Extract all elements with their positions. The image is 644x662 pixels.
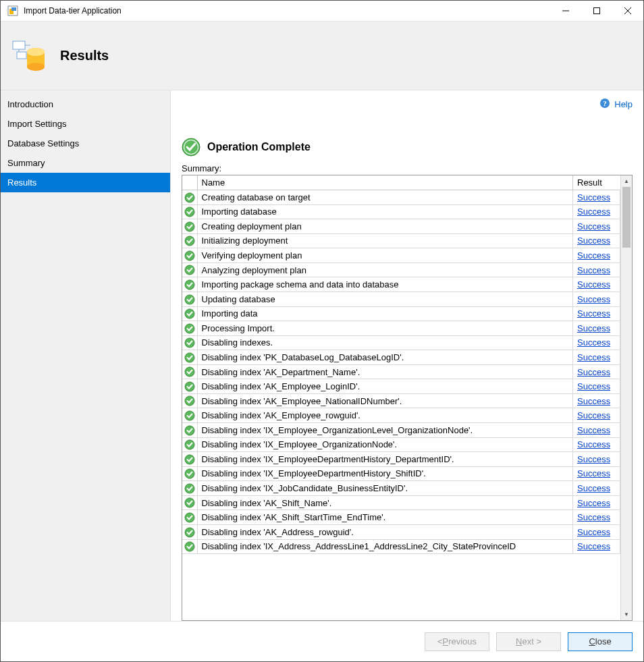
table-row: Disabling index 'AK_Employee_NationalIDN… xyxy=(182,393,620,408)
minimize-button[interactable] xyxy=(550,1,581,21)
footer: < Previous Next > Close xyxy=(1,621,643,661)
row-result[interactable]: Success xyxy=(573,437,620,452)
row-result[interactable]: Success xyxy=(573,466,620,481)
row-result[interactable]: Success xyxy=(573,452,620,467)
sidebar-item-database-settings[interactable]: Database Settings xyxy=(1,134,170,153)
row-result[interactable]: Success xyxy=(573,481,620,496)
row-name: Disabling index 'PK_DatabaseLog_Database… xyxy=(197,350,573,365)
row-status-icon xyxy=(182,277,197,292)
row-name: Disabling index 'AK_Employee_rowguid'. xyxy=(197,408,573,423)
table-row: Disabling index 'IX_EmployeeDepartmentHi… xyxy=(182,466,620,481)
help-icon[interactable]: ? xyxy=(599,98,610,111)
row-name: Processing Import. xyxy=(197,321,573,336)
col-result[interactable]: Result xyxy=(573,175,620,190)
sidebar-item-results[interactable]: Results xyxy=(1,173,170,192)
row-name: Importing package schema and data into d… xyxy=(197,277,573,292)
row-result[interactable]: Success xyxy=(573,335,620,350)
scroll-thumb[interactable] xyxy=(622,187,630,248)
row-result[interactable]: Success xyxy=(573,248,620,263)
row-name: Disabling index 'AK_Shift_StartTime_EndT… xyxy=(197,510,573,525)
row-name: Disabling index 'IX_Address_AddressLine1… xyxy=(197,539,573,554)
table-row: Disabling index 'IX_Employee_Organizatio… xyxy=(182,423,620,438)
row-result[interactable]: Success xyxy=(573,204,620,219)
next-button: Next > xyxy=(496,632,561,651)
row-name: Importing data xyxy=(197,306,573,321)
row-status-icon xyxy=(182,219,197,234)
window-title: Import Data-tier Application xyxy=(24,6,550,16)
row-result[interactable]: Success xyxy=(573,306,620,321)
row-name: Verifying deployment plan xyxy=(197,248,573,263)
table-row: Disabling index 'PK_DatabaseLog_Database… xyxy=(182,350,620,365)
col-name[interactable]: Name xyxy=(197,175,573,190)
row-status-icon xyxy=(182,495,197,510)
row-name: Disabling index 'IX_EmployeeDepartmentHi… xyxy=(197,466,573,481)
table-row: Disabling index 'AK_Shift_StartTime_EndT… xyxy=(182,510,620,525)
col-icon[interactable] xyxy=(182,175,197,190)
svg-text:?: ? xyxy=(603,99,608,107)
table-row: Disabling index 'AK_Address_rowguid'.Suc… xyxy=(182,524,620,539)
row-name: Analyzing deployment plan xyxy=(197,263,573,277)
sidebar-item-introduction[interactable]: Introduction xyxy=(1,94,170,114)
row-result[interactable]: Success xyxy=(573,277,620,292)
row-status-icon xyxy=(182,393,197,408)
row-status-icon xyxy=(182,510,197,525)
row-status-icon xyxy=(182,524,197,539)
table-row: Disabling index 'IX_EmployeeDepartmentHi… xyxy=(182,452,620,467)
row-result[interactable]: Success xyxy=(573,263,620,277)
close-button[interactable] xyxy=(612,1,643,21)
row-result[interactable]: Success xyxy=(573,495,620,510)
row-name: Importing database xyxy=(197,204,573,219)
row-result[interactable]: Success xyxy=(573,379,620,394)
row-status-icon xyxy=(182,408,197,423)
scroll-down-icon[interactable]: ▼ xyxy=(621,609,632,620)
svg-rect-8 xyxy=(17,52,26,59)
row-result[interactable]: Success xyxy=(573,350,620,365)
scrollbar[interactable]: ▲ ▼ xyxy=(620,175,632,620)
table-row: Disabling index 'AK_Shift_Name'.Success xyxy=(182,495,620,510)
row-result[interactable]: Success xyxy=(573,539,620,554)
sidebar-item-import-settings[interactable]: Import Settings xyxy=(1,114,170,134)
wizard-icon xyxy=(10,37,48,75)
row-result[interactable]: Success xyxy=(573,292,620,306)
row-status-icon xyxy=(182,233,197,248)
table-row: Creating deployment planSuccess xyxy=(182,219,620,234)
row-name: Disabling index 'AK_Employee_NationalIDN… xyxy=(197,393,573,408)
maximize-button[interactable] xyxy=(581,1,612,21)
scroll-up-icon[interactable]: ▲ xyxy=(621,175,632,187)
close-button-footer[interactable]: Close xyxy=(568,632,633,651)
summary-label: Summary: xyxy=(182,163,633,173)
table-row: Disabling indexes.Success xyxy=(182,335,620,350)
table-row: Disabling index 'AK_Department_Name'.Suc… xyxy=(182,364,620,379)
row-name: Creating database on target xyxy=(197,190,573,205)
row-result[interactable]: Success xyxy=(573,510,620,525)
row-result[interactable]: Success xyxy=(573,190,620,205)
help-link[interactable]: Help xyxy=(614,99,633,109)
row-result[interactable]: Success xyxy=(573,393,620,408)
row-status-icon xyxy=(182,539,197,554)
main-panel: ? Help Operation Complete Summary: Name … xyxy=(171,90,643,621)
row-status-icon xyxy=(182,248,197,263)
row-result[interactable]: Success xyxy=(573,219,620,234)
row-result[interactable]: Success xyxy=(573,423,620,438)
svg-point-13 xyxy=(27,63,45,71)
row-result[interactable]: Success xyxy=(573,524,620,539)
row-name: Disabling index 'AK_Address_rowguid'. xyxy=(197,524,573,539)
status-text: Operation Complete xyxy=(207,141,311,153)
row-status-icon xyxy=(182,335,197,350)
table-row: Importing dataSuccess xyxy=(182,306,620,321)
table-row: Disabling index 'IX_Employee_Organizatio… xyxy=(182,437,620,452)
success-icon xyxy=(182,138,200,157)
row-status-icon xyxy=(182,423,197,438)
row-result[interactable]: Success xyxy=(573,233,620,248)
row-result[interactable]: Success xyxy=(573,321,620,336)
row-name: Disabling index 'AK_Employee_LoginID'. xyxy=(197,379,573,394)
row-result[interactable]: Success xyxy=(573,408,620,423)
row-status-icon xyxy=(182,263,197,277)
table-row: Verifying deployment planSuccess xyxy=(182,248,620,263)
row-status-icon xyxy=(182,204,197,219)
row-result[interactable]: Success xyxy=(573,364,620,379)
sidebar-item-summary[interactable]: Summary xyxy=(1,153,170,173)
results-grid: Name Result Creating database on targetS… xyxy=(182,175,633,621)
table-row: Importing databaseSuccess xyxy=(182,204,620,219)
table-row: Disabling index 'AK_Employee_rowguid'.Su… xyxy=(182,408,620,423)
